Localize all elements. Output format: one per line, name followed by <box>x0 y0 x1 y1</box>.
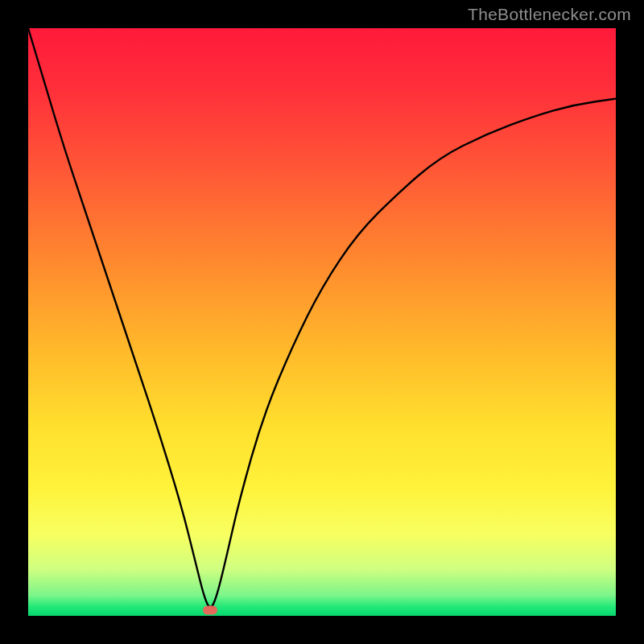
bottleneck-curve <box>28 28 616 616</box>
optimal-point-marker <box>203 605 217 614</box>
plot-area <box>28 28 616 616</box>
watermark-text: TheBottlenecker.com <box>468 5 631 24</box>
chart-frame: TheBottlenecker.com <box>0 0 644 644</box>
